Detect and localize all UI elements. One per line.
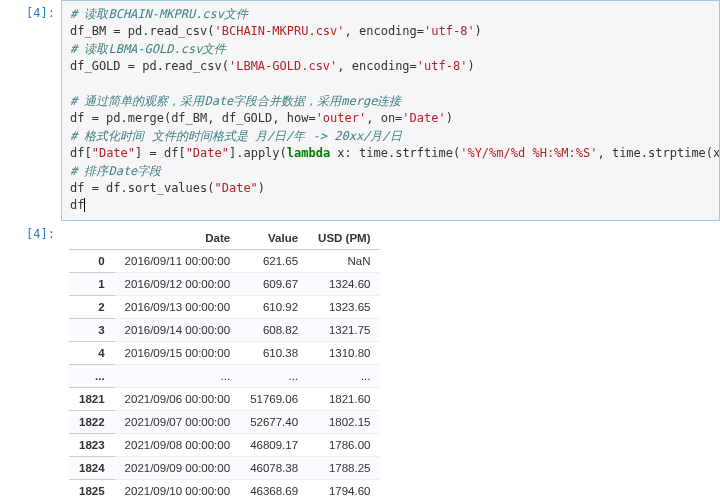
cell-date: 2021/09/10 00:00:00 (115, 479, 241, 500)
code-editor[interactable]: # 读取BCHAIN-MKPRU.csv文件 df_BM = pd.read_c… (61, 0, 720, 221)
table-row: 42016/09/15 00:00:00610.381310.80 (69, 341, 380, 364)
cell-usd: 1321.75 (308, 318, 380, 341)
cell-date: 2021/09/09 00:00:00 (115, 456, 241, 479)
cell-usd: 1786.00 (308, 433, 380, 456)
cell-date: 2021/09/07 00:00:00 (115, 410, 241, 433)
cell-usd: NaN (308, 249, 380, 272)
cell-value: 621.65 (240, 249, 308, 272)
cell-value: 609.67 (240, 272, 308, 295)
row-index: 1822 (69, 410, 115, 433)
cell-usd: 1821.60 (308, 387, 380, 410)
row-index: 2 (69, 295, 115, 318)
row-index: 4 (69, 341, 115, 364)
table-row: 12016/09/12 00:00:00609.671324.60 (69, 272, 380, 295)
table-row: 32016/09/14 00:00:00608.821321.75 (69, 318, 380, 341)
output-area: Date Value USD (PM) 02016/09/11 00:00:00… (61, 221, 720, 500)
dataframe-table: Date Value USD (PM) 02016/09/11 00:00:00… (69, 227, 380, 500)
table-row: 02016/09/11 00:00:00621.65NaN (69, 249, 380, 272)
table-row: 18222021/09/07 00:00:0052677.401802.15 (69, 410, 380, 433)
col-value: Value (240, 227, 308, 250)
output-cell: [4]: Date Value USD (PM) 02016/09/11 00:… (0, 221, 720, 500)
row-index: 1821 (69, 387, 115, 410)
ellipsis-row: ............ (69, 364, 380, 387)
cell-value: 51769.06 (240, 387, 308, 410)
cell-value: 608.82 (240, 318, 308, 341)
table-row: 18212021/09/06 00:00:0051769.061821.60 (69, 387, 380, 410)
table-row: 22016/09/13 00:00:00610.921323.65 (69, 295, 380, 318)
cell-usd: 1802.15 (308, 410, 380, 433)
cell-usd: 1310.80 (308, 341, 380, 364)
col-date: Date (115, 227, 241, 250)
row-index: 1824 (69, 456, 115, 479)
cell-usd: 1323.65 (308, 295, 380, 318)
row-index: 1825 (69, 479, 115, 500)
row-index: 3 (69, 318, 115, 341)
row-index: 1 (69, 272, 115, 295)
cell-value: 46809.17 (240, 433, 308, 456)
row-index: 0 (69, 249, 115, 272)
col-usd: USD (PM) (308, 227, 380, 250)
cell-date: 2016/09/15 00:00:00 (115, 341, 241, 364)
cell-date: 2016/09/11 00:00:00 (115, 249, 241, 272)
cell-usd: 1324.60 (308, 272, 380, 295)
cell-value: 610.92 (240, 295, 308, 318)
cell-value: 52677.40 (240, 410, 308, 433)
table-row: 18252021/09/10 00:00:0046368.691794.60 (69, 479, 380, 500)
table-header-row: Date Value USD (PM) (69, 227, 380, 250)
cell-value: 46368.69 (240, 479, 308, 500)
text-cursor (84, 198, 85, 212)
row-index: 1823 (69, 433, 115, 456)
input-cell: [4]: # 读取BCHAIN-MKPRU.csv文件 df_BM = pd.r… (0, 0, 720, 221)
cell-usd: 1788.25 (308, 456, 380, 479)
cell-value: 610.38 (240, 341, 308, 364)
cell-date: 2021/09/06 00:00:00 (115, 387, 241, 410)
col-index (69, 227, 115, 250)
cell-date: 2016/09/13 00:00:00 (115, 295, 241, 318)
input-prompt: [4]: (0, 0, 61, 20)
cell-date: 2016/09/14 00:00:00 (115, 318, 241, 341)
cell-value: 46078.38 (240, 456, 308, 479)
cell-date: 2021/09/08 00:00:00 (115, 433, 241, 456)
table-row: 18232021/09/08 00:00:0046809.171786.00 (69, 433, 380, 456)
table-row: 18242021/09/09 00:00:0046078.381788.25 (69, 456, 380, 479)
cell-date: 2016/09/12 00:00:00 (115, 272, 241, 295)
output-prompt: [4]: (0, 221, 61, 241)
cell-usd: 1794.60 (308, 479, 380, 500)
